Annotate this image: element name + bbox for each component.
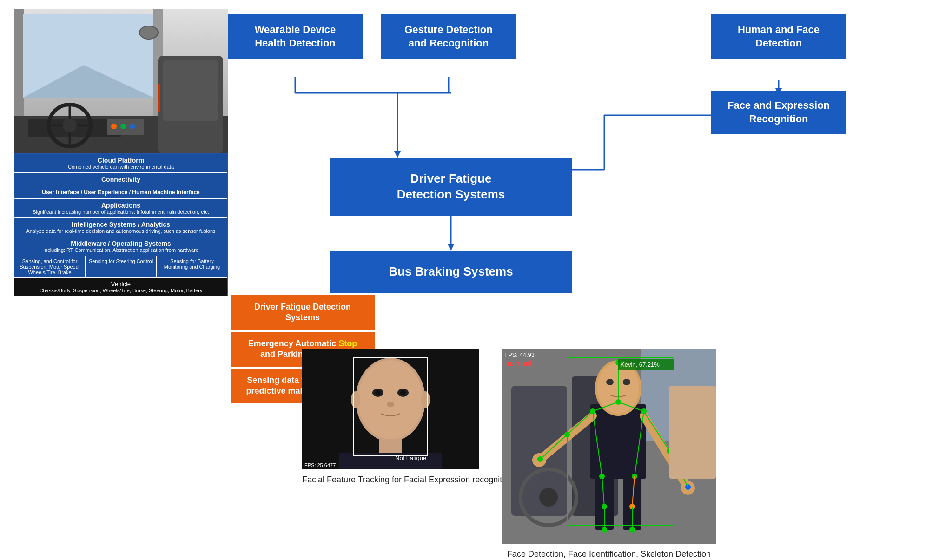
- face-expression-label: Face and ExpressionRecognition: [727, 99, 830, 125]
- driver-fatigue-label: Driver FatigueDetection Systems: [397, 171, 505, 201]
- applications-row: Applications Significant increasing numb…: [14, 199, 227, 218]
- middleware-row: Middleware / Operating Systems Including…: [14, 237, 227, 256]
- svg-point-42: [400, 390, 406, 395]
- intelligence-row: Intelligence Systems / Analytics Analyze…: [14, 218, 227, 237]
- svg-point-59: [606, 379, 614, 385]
- ui-row: User Interface / User Experience / Human…: [14, 186, 227, 199]
- skeleton-detection-container: FPS: 44.93 normal Kevin, 67.21% Face Det…: [502, 349, 716, 560]
- svg-point-8: [63, 119, 77, 132]
- human-face-box: Human and FaceDetection: [711, 14, 846, 77]
- bus-braking-box: Bus Braking Systems: [330, 251, 572, 302]
- technology-stack-table: Cloud Platform Combined vehicle dan with…: [14, 153, 228, 296]
- sensing-row: Sensing, and Control for Suspension, Mot…: [14, 256, 227, 278]
- left-column: Cloud Platform Combined vehicle dan with…: [14, 9, 228, 296]
- orange-driver-fatigue: Driver Fatigue Detection Systems: [231, 295, 375, 330]
- face-expression-box: Face and ExpressionRecognition: [711, 91, 846, 144]
- svg-text:Not Fatigue: Not Fatigue: [395, 455, 426, 461]
- svg-point-38: [358, 360, 423, 439]
- skeleton-detection-caption: Face Detection, Face Identification, Ske…: [502, 548, 716, 560]
- svg-text:FPS: 25.6477: FPS: 25.6477: [304, 462, 336, 468]
- svg-text:FPS: 44.93: FPS: 44.93: [504, 351, 535, 358]
- wearable-device-box: Wearable DeviceHealth Detection: [228, 14, 363, 77]
- svg-text:Kevin, 67.21%: Kevin, 67.21%: [621, 361, 660, 368]
- svg-marker-34: [448, 244, 454, 251]
- svg-marker-26: [394, 151, 401, 158]
- svg-text:normal: normal: [504, 359, 532, 368]
- svg-point-41: [375, 390, 381, 395]
- gesture-detection-box: Gesture Detectionand Recognition: [381, 14, 516, 77]
- connectivity-row: Connectivity: [14, 173, 227, 186]
- svg-rect-14: [163, 60, 218, 121]
- gesture-detection-label: Gesture Detectionand Recognition: [404, 24, 493, 49]
- svg-point-20: [139, 26, 158, 39]
- bus-braking-label: Bus Braking Systems: [389, 264, 513, 278]
- facial-tracking-container: FPS: 25.6477 Not Fatigue Facial Feature …: [302, 349, 513, 486]
- stop-highlight: Stop: [338, 339, 357, 348]
- driver-fatigue-box: Driver FatigueDetection Systems: [330, 158, 572, 216]
- svg-point-19: [130, 124, 135, 129]
- vehicle-row: Vehicle Chassis/Body, Suspension, Wheels…: [14, 278, 227, 296]
- svg-point-18: [120, 124, 126, 129]
- facial-tracking-image: FPS: 25.6477 Not Fatigue: [302, 349, 479, 469]
- svg-point-45: [421, 391, 430, 408]
- svg-rect-97: [669, 386, 716, 479]
- svg-point-60: [623, 379, 630, 385]
- svg-point-17: [111, 124, 117, 129]
- svg-point-68: [539, 488, 558, 507]
- svg-point-43: [387, 402, 394, 407]
- skeleton-detection-image: FPS: 44.93 normal Kevin, 67.21%: [502, 349, 716, 544]
- wearable-device-label: Wearable DeviceHealth Detection: [255, 24, 336, 49]
- svg-point-44: [351, 391, 360, 408]
- svg-rect-15: [158, 84, 160, 112]
- human-face-label: Human and FaceDetection: [738, 24, 820, 49]
- facial-tracking-caption: Facial Feature Tracking for Facial Expre…: [302, 474, 513, 486]
- cloud-platform-row: Cloud Platform Combined vehicle dan with…: [14, 154, 227, 173]
- bus-interior-image: [14, 9, 228, 153]
